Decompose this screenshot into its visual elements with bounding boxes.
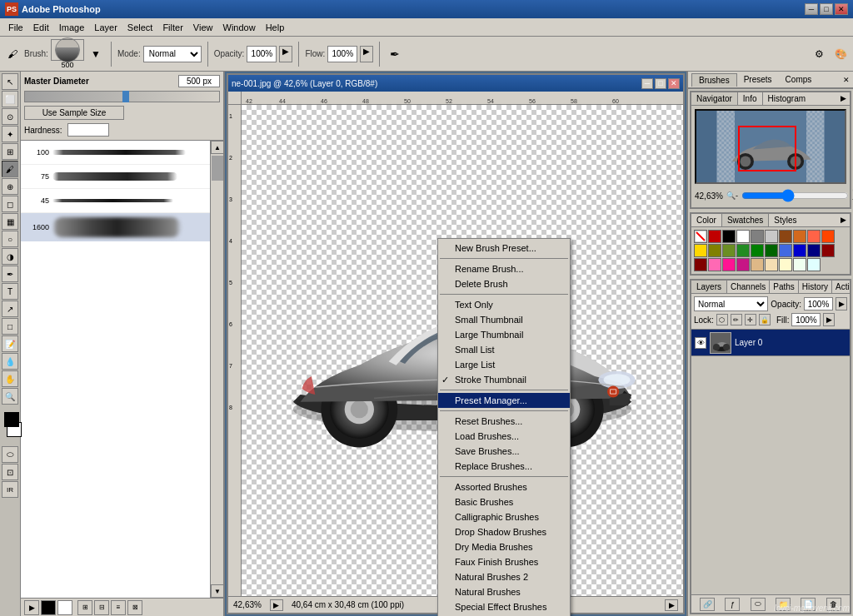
swatch-orange-brown[interactable]: [793, 230, 806, 243]
quick-mask-tool[interactable]: ⬭: [2, 446, 18, 463]
swatch-burlywood[interactable]: [751, 258, 764, 271]
ctx-delete-brush[interactable]: Delete Brush: [438, 276, 570, 291]
tab-layers[interactable]: Layers: [691, 281, 727, 293]
swatch-med-blue[interactable]: [793, 244, 806, 257]
ctx-faux-finish-brushes[interactable]: Faux Finish Brushes: [438, 554, 570, 569]
magic-wand-tool[interactable]: ✦: [2, 126, 18, 142]
ctx-natural-brushes[interactable]: Natural Brushes: [438, 584, 570, 599]
close-button[interactable]: ✕: [835, 3, 848, 15]
canvas-minimize-btn[interactable]: ─: [641, 78, 653, 89]
view-btn-3[interactable]: ≡: [111, 600, 126, 615]
menu-help[interactable]: Help: [261, 21, 290, 34]
swatch-brown[interactable]: [779, 230, 792, 243]
scroll-thumb[interactable]: [212, 156, 223, 181]
layer-mode-select[interactable]: Normal: [694, 296, 768, 311]
brush-tool-icon[interactable]: 🖌: [3, 45, 22, 63]
tab-brushes[interactable]: Brushes: [691, 73, 737, 87]
add-style-btn[interactable]: ƒ: [725, 598, 740, 611]
swatch-med-pink[interactable]: [736, 258, 750, 271]
crop-tool[interactable]: ⊞: [2, 143, 18, 160]
move-tool[interactable]: ↖: [2, 73, 18, 90]
view-btn-2[interactable]: ⊟: [94, 600, 109, 615]
ctx-replace-brushes[interactable]: Replace Brushes...: [438, 459, 570, 474]
diameter-slider[interactable]: [24, 91, 220, 102]
canvas-scroll-btn[interactable]: ▶: [665, 599, 678, 611]
ctx-rename-brush[interactable]: Rename Brush...: [438, 261, 570, 276]
ctx-small-thumbnail[interactable]: Small Thumbnail: [438, 312, 570, 327]
opacity-input[interactable]: [247, 46, 277, 62]
lock-transparent-btn[interactable]: ⬡: [716, 314, 728, 325]
notes-tool[interactable]: 📝: [2, 335, 18, 352]
swatch-black[interactable]: [722, 230, 736, 243]
brush-item-3[interactable]: 45: [21, 189, 210, 213]
swatch-tomato[interactable]: [807, 230, 821, 243]
ctx-stroke-thumbnail[interactable]: ✓ Stroke Thumbnail: [438, 372, 570, 387]
tab-swatches[interactable]: Swatches: [722, 214, 769, 226]
background-swatch[interactable]: [57, 600, 72, 615]
color-menu-icon[interactable]: ▶: [837, 214, 850, 226]
menu-layer[interactable]: Layer: [89, 21, 122, 34]
ctx-assorted-brushes[interactable]: Assorted Brushes: [438, 479, 570, 494]
foreground-color[interactable]: [4, 412, 19, 427]
zoom-tool[interactable]: 🔍: [2, 388, 18, 405]
pen-tool[interactable]: ✒: [2, 266, 18, 282]
lock-all-btn[interactable]: 🔒: [759, 314, 771, 325]
view-btn-1[interactable]: ⊞: [77, 600, 92, 615]
tab-comps[interactable]: Comps: [779, 73, 819, 86]
swatch-deep-pink[interactable]: [722, 258, 736, 271]
opacity-arrow-btn[interactable]: ▶: [836, 297, 847, 310]
marquee-tool[interactable]: ⬜: [2, 91, 18, 107]
minimize-button[interactable]: ─: [805, 3, 818, 15]
menu-select[interactable]: Select: [122, 21, 158, 34]
restore-button[interactable]: □: [820, 3, 833, 15]
swatch-dkred[interactable]: [821, 244, 835, 257]
nav-tab-histogram[interactable]: Histogram: [763, 92, 811, 105]
ctx-calligraphic-brushes[interactable]: Calligraphic Brushes: [438, 509, 570, 524]
swatch-dkgreen[interactable]: [765, 244, 778, 257]
lasso-tool[interactable]: ⊙: [2, 108, 18, 125]
swatch-gold[interactable]: [694, 244, 707, 257]
ctx-save-brushes[interactable]: Save Brushes...: [438, 444, 570, 459]
swatch-lgray[interactable]: [765, 230, 778, 243]
brush-preview[interactable]: [51, 39, 84, 61]
menu-filter[interactable]: Filter: [157, 21, 187, 34]
menu-file[interactable]: File: [3, 21, 28, 34]
hand-tool[interactable]: ✋: [2, 370, 18, 387]
eyedropper-tool[interactable]: 💧: [2, 353, 18, 370]
menu-view[interactable]: View: [188, 21, 218, 34]
ctx-small-list[interactable]: Small List: [438, 342, 570, 357]
menu-edit[interactable]: Edit: [28, 21, 54, 34]
swatch-navy[interactable]: [807, 244, 821, 257]
brush-dropdown-icon[interactable]: ▼: [87, 45, 105, 63]
blur-tool[interactable]: ○: [2, 231, 18, 247]
link-layers-btn[interactable]: 🔗: [700, 598, 715, 611]
scroll-down-button[interactable]: ▼: [211, 584, 223, 598]
clone-tool[interactable]: ⊕: [2, 178, 18, 195]
swatch-none[interactable]: [694, 230, 707, 243]
ctx-new-brush-preset[interactable]: New Brush Preset...: [438, 241, 570, 256]
ctx-basic-brushes[interactable]: Basic Brushes: [438, 494, 570, 509]
opacity-arrow[interactable]: ▶: [279, 46, 292, 62]
tab-actions[interactable]: Actions: [832, 281, 850, 293]
ctx-load-brushes[interactable]: Load Brushes...: [438, 429, 570, 444]
brush-tool[interactable]: 🖌: [2, 161, 18, 177]
ctx-special-effect-brushes[interactable]: Special Effect Brushes: [438, 599, 570, 614]
tab-history[interactable]: History: [799, 281, 832, 293]
hardness-input[interactable]: [67, 123, 109, 137]
ctx-large-thumbnail[interactable]: Large Thumbnail: [438, 327, 570, 342]
options-icon[interactable]: ⚙: [810, 45, 828, 63]
scroll-up-button[interactable]: ▲: [211, 141, 223, 154]
swatch-white[interactable]: [736, 230, 750, 243]
nav-tab-info[interactable]: Info: [738, 92, 763, 105]
ctx-large-list[interactable]: Large List: [438, 357, 570, 372]
ctx-reset-brushes[interactable]: Reset Brushes...: [438, 414, 570, 429]
swatch-green[interactable]: [751, 244, 764, 257]
eraser-tool[interactable]: ◻: [2, 196, 18, 212]
tab-styles[interactable]: Styles: [769, 214, 801, 226]
swatch-olive-drab[interactable]: [722, 244, 736, 257]
canvas-close-btn[interactable]: ✕: [668, 78, 680, 89]
brush-options-btn[interactable]: ▶: [24, 600, 39, 615]
screen-mode-tool[interactable]: ⊡: [2, 464, 18, 480]
canvas-info-btn[interactable]: ▶: [270, 599, 283, 611]
type-tool[interactable]: T: [2, 283, 18, 300]
